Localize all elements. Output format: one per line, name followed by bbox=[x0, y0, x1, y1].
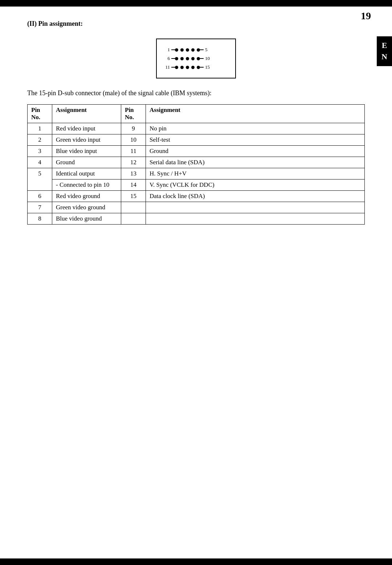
pin-no-7: 7 bbox=[28, 202, 52, 213]
pin-no-3: 3 bbox=[28, 146, 52, 157]
line-right-1 bbox=[200, 49, 204, 50]
col-pin-no-right: Pin No. bbox=[121, 105, 146, 123]
pin-no-12: 12 bbox=[121, 157, 146, 168]
dot bbox=[197, 66, 200, 69]
pin-no-11: 11 bbox=[121, 146, 146, 157]
pin-label-10: 10 bbox=[205, 56, 213, 61]
assignment-14: V. Sync (VCLK for DDC) bbox=[146, 179, 365, 191]
table-row: 6 Red video ground 15 Data clock line (S… bbox=[28, 191, 365, 202]
assignment-9: No pin bbox=[146, 123, 365, 134]
assignment-empty-right-8 bbox=[146, 213, 365, 225]
dots-row-2 bbox=[175, 57, 200, 60]
col-pin-no-left: Pin No. bbox=[28, 105, 52, 123]
assignment-10: Self-test bbox=[146, 134, 365, 146]
assignment-13: H. Sync / H+V bbox=[146, 168, 365, 179]
assignment-5a: Identical output bbox=[52, 168, 121, 179]
dot bbox=[197, 57, 200, 60]
pin-no-13: 13 bbox=[121, 168, 146, 179]
pin-no-6: 6 bbox=[28, 191, 52, 202]
connector-row-3: 11 15 bbox=[162, 64, 230, 70]
pin-no-10: 10 bbox=[121, 134, 146, 146]
table-row: 4 Ground 12 Serial data line (SDA) bbox=[28, 157, 365, 168]
connector-diagram: 1 5 6 bbox=[27, 39, 365, 78]
line-right-3 bbox=[200, 67, 204, 68]
pin-label-5: 5 bbox=[205, 47, 213, 53]
line-right-2 bbox=[200, 58, 204, 59]
pin-label-6: 6 bbox=[162, 56, 170, 61]
pin-empty-right-8 bbox=[121, 213, 146, 225]
line-left-3 bbox=[171, 67, 175, 68]
connector-row-1: 1 5 bbox=[162, 47, 230, 53]
table-row: 7 Green video ground bbox=[28, 202, 365, 213]
main-content: (II) Pin assignment: 1 5 6 bbox=[27, 20, 365, 225]
dots-row-3 bbox=[175, 66, 200, 69]
table-row: 2 Green video input 10 Self-test bbox=[28, 134, 365, 146]
pin-label-1: 1 bbox=[162, 47, 170, 53]
pin-no-1: 1 bbox=[28, 123, 52, 134]
assignment-11: Ground bbox=[146, 146, 365, 157]
dot bbox=[175, 57, 178, 60]
top-bar bbox=[0, 0, 392, 7]
dot bbox=[197, 48, 200, 52]
pin-table: Pin No. Assignment Pin No. Assignment 1 … bbox=[27, 104, 365, 225]
table-row: 3 Blue video input 11 Ground bbox=[28, 146, 365, 157]
dot bbox=[191, 48, 195, 52]
table-row: 5 Identical output 13 H. Sync / H+V bbox=[28, 168, 365, 179]
dot bbox=[180, 66, 184, 69]
pin-no-4: 4 bbox=[28, 157, 52, 168]
col-assignment-left: Assignment bbox=[52, 105, 121, 123]
assignment-12: Serial data line (SDA) bbox=[146, 157, 365, 168]
description-text: The 15-pin D-sub connector (male) of the… bbox=[27, 89, 365, 97]
table-row-sub: - Connected to pin 10 14 V. Sync (VCLK f… bbox=[28, 179, 365, 191]
assignment-3: Blue video input bbox=[52, 146, 121, 157]
assignment-4: Ground bbox=[52, 157, 121, 168]
connector-row-2: 6 10 bbox=[162, 56, 230, 61]
table-row: 8 Blue video ground bbox=[28, 213, 365, 225]
en-tab: EN bbox=[377, 36, 392, 66]
pin-no-15: 15 bbox=[121, 191, 146, 202]
line-left-2 bbox=[171, 58, 175, 59]
assignment-8: Blue video ground bbox=[52, 213, 121, 225]
dot bbox=[186, 57, 189, 60]
dot bbox=[175, 66, 178, 69]
dots-row-1 bbox=[175, 48, 200, 52]
table-row: 1 Red video input 9 No pin bbox=[28, 123, 365, 134]
pin-label-11: 11 bbox=[162, 64, 170, 70]
pin-no-14: 14 bbox=[121, 179, 146, 191]
pin-label-15: 15 bbox=[205, 64, 213, 70]
pin-no-5: 5 bbox=[28, 168, 52, 191]
line-left-1 bbox=[171, 49, 175, 50]
dot bbox=[175, 48, 178, 52]
assignment-empty-right-7 bbox=[146, 202, 365, 213]
assignment-5b: - Connected to pin 10 bbox=[52, 179, 121, 191]
pin-empty-right-7 bbox=[121, 202, 146, 213]
pin-no-9: 9 bbox=[121, 123, 146, 134]
dot bbox=[186, 48, 189, 52]
bottom-bar bbox=[0, 558, 392, 565]
table-header-row: Pin No. Assignment Pin No. Assignment bbox=[28, 105, 365, 123]
dot bbox=[191, 57, 195, 60]
dot bbox=[191, 66, 195, 69]
assignment-2: Green video input bbox=[52, 134, 121, 146]
col-assignment-right: Assignment bbox=[146, 105, 365, 123]
dot bbox=[186, 66, 189, 69]
dot bbox=[180, 57, 184, 60]
assignment-7: Green video ground bbox=[52, 202, 121, 213]
section-heading: (II) Pin assignment: bbox=[27, 20, 365, 28]
pin-no-8: 8 bbox=[28, 213, 52, 225]
assignment-1: Red video input bbox=[52, 123, 121, 134]
assignment-6: Red video ground bbox=[52, 191, 121, 202]
dot bbox=[180, 48, 184, 52]
connector-box: 1 5 6 bbox=[156, 39, 236, 78]
assignment-15: Data clock line (SDA) bbox=[146, 191, 365, 202]
pin-no-2: 2 bbox=[28, 134, 52, 146]
